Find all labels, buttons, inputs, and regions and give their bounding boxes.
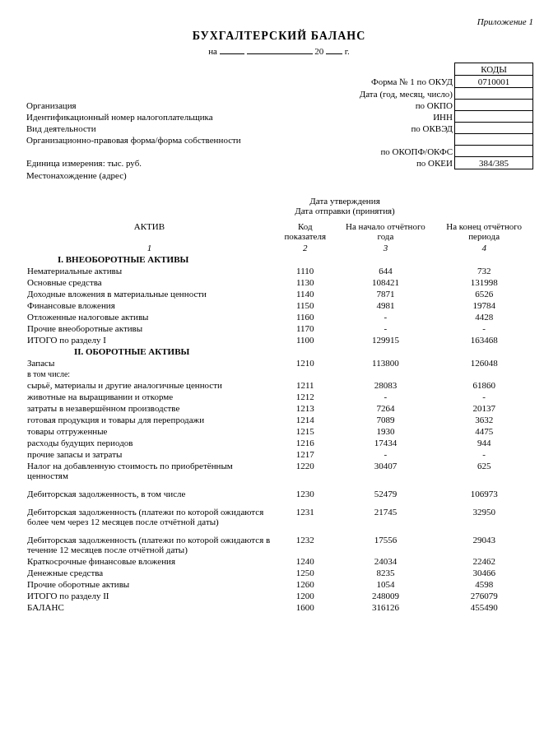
colnum-1: 1	[25, 242, 274, 253]
table-row: Основные средства1130108421131998	[25, 276, 533, 288]
header-code: 0710001	[455, 76, 533, 88]
codes-header: КОДЫ	[455, 63, 533, 76]
header-code	[455, 88, 533, 100]
table-row: товары отгруженные121519304475	[25, 425, 533, 437]
header-left: Организация	[25, 100, 309, 111]
header-left: Организационно-правовая форма/форма собс…	[25, 134, 455, 146]
date-year-blank	[326, 44, 342, 54]
table-row: затраты в незавершённом производстве1213…	[25, 402, 533, 414]
table-row: прочие запасы и затраты1217--	[25, 448, 533, 460]
header-right: по ОКПО	[309, 100, 455, 111]
header-left: Местонахождение (адрес)	[25, 169, 533, 182]
header-left: Вид деятельности	[25, 123, 309, 134]
header-left: Единица измерения: тыс. руб.	[25, 157, 309, 169]
header-left	[25, 76, 309, 88]
balance-table: АКТИВ Код показателя На начало отчётного…	[25, 220, 533, 613]
table-row: Прочие оборотные активы126010544598	[25, 578, 533, 590]
table-row: Нематериальные активы1110644732	[25, 265, 533, 276]
subsection-label: в том числе:	[25, 369, 274, 379]
section2-title: II. ОБОРОТНЫЕ АКТИВЫ	[25, 346, 274, 357]
col-2-header: Код показателя	[274, 220, 337, 242]
header-row: Форма № 1 по ОКУД 0710001	[25, 76, 533, 88]
col-3-header: На начало отчётного года	[337, 220, 435, 242]
col-4-header: На конец отчётного периода	[435, 220, 533, 242]
table-row: Налог на добавленную стоимость по приобр…	[25, 460, 533, 481]
table-row: Краткосрочные финансовые вложения1240240…	[25, 555, 533, 567]
date-line: на 20 г.	[25, 44, 533, 56]
header-right: ИНН	[309, 111, 455, 123]
table-row: сырьё, материалы и другие аналогичные це…	[25, 379, 533, 391]
header-row: Вид деятельности по ОКВЭД	[25, 123, 533, 134]
date-prefix: на	[208, 46, 217, 56]
header-left	[25, 88, 309, 100]
header-row: Организационно-правовая форма/форма собс…	[25, 134, 533, 146]
section1-title: I. ВНЕОБОРОТНЫЕ АКТИВЫ	[25, 253, 533, 265]
table-row: Дебиторская задолженность, в том числе12…	[25, 488, 533, 499]
approval-line2: Дата отправки (принятия)	[156, 206, 533, 216]
header-code	[455, 100, 533, 111]
table-row: Денежные средства1250823530466	[25, 567, 533, 578]
colnum-3: 3	[337, 242, 435, 253]
header-row: Организация по ОКПО	[25, 100, 533, 111]
approval-line1: Дата утверждения	[156, 196, 533, 206]
header-code	[455, 123, 533, 134]
table-row: Дебиторская задолженность (платежи по ко…	[25, 506, 533, 527]
date-day-blank	[220, 44, 244, 54]
header-right: Форма № 1 по ОКУД	[309, 76, 455, 88]
header-code: 384/385	[455, 157, 533, 169]
header-row: Местонахождение (адрес)	[25, 169, 533, 182]
header-row: по ОКОПФ/ОКФС	[25, 146, 533, 157]
header-right: по ОКОПФ/ОКФС	[309, 146, 455, 157]
header-right: по ОКВЭД	[309, 123, 455, 134]
date-year-prefix: 20	[314, 46, 323, 56]
header-row: Единица измерения: тыс. руб. по ОКЕИ 384…	[25, 157, 533, 169]
header-right: Дата (год, месяц, число)	[309, 88, 455, 100]
table-row: Дебиторская задолженность (платежи по ко…	[25, 534, 533, 555]
header-table: КОДЫ Форма № 1 по ОКУД 0710001 Дата (год…	[25, 63, 533, 181]
header-code	[455, 146, 533, 157]
header-code	[455, 111, 533, 123]
header-left: Идентификационный номер налогоплательщик…	[25, 111, 309, 123]
col-1-header: АКТИВ	[25, 220, 274, 242]
colnum-2: 2	[274, 242, 337, 253]
table-row: ИТОГО по разделу I1100129915163468	[25, 334, 533, 346]
table-row: БАЛАНС1600316126455490	[25, 601, 533, 613]
date-month-blank	[247, 44, 313, 54]
table-row: Доходные вложения в материальные ценност…	[25, 288, 533, 299]
header-row: Идентификационный номер налогоплательщик…	[25, 111, 533, 123]
table-row: Прочие внеоборотные активы1170--	[25, 322, 533, 334]
table-row: животные на выращивании и откорме1212--	[25, 391, 533, 402]
annex-label: Приложение 1	[25, 16, 533, 26]
doc-title: БУХГАЛТЕРСКИЙ БАЛАНС	[25, 30, 533, 43]
table-row: готовая продукция и товары для перепрода…	[25, 414, 533, 425]
header-code	[455, 134, 533, 146]
table-row: расходы будущих периодов121617434944	[25, 437, 533, 448]
header-row: Дата (год, месяц, число)	[25, 88, 533, 100]
header-left	[25, 146, 309, 157]
date-year-suffix: г.	[345, 46, 350, 56]
table-row: Отложенные налоговые активы1160-4428	[25, 311, 533, 322]
table-row: Запасы1210113800126048	[25, 357, 533, 369]
table-row: ИТОГО по разделу II1200248009276079	[25, 590, 533, 601]
colnum-4: 4	[435, 242, 533, 253]
table-row: Финансовые вложения1150498119784	[25, 299, 533, 311]
header-right: по ОКЕИ	[309, 157, 455, 169]
